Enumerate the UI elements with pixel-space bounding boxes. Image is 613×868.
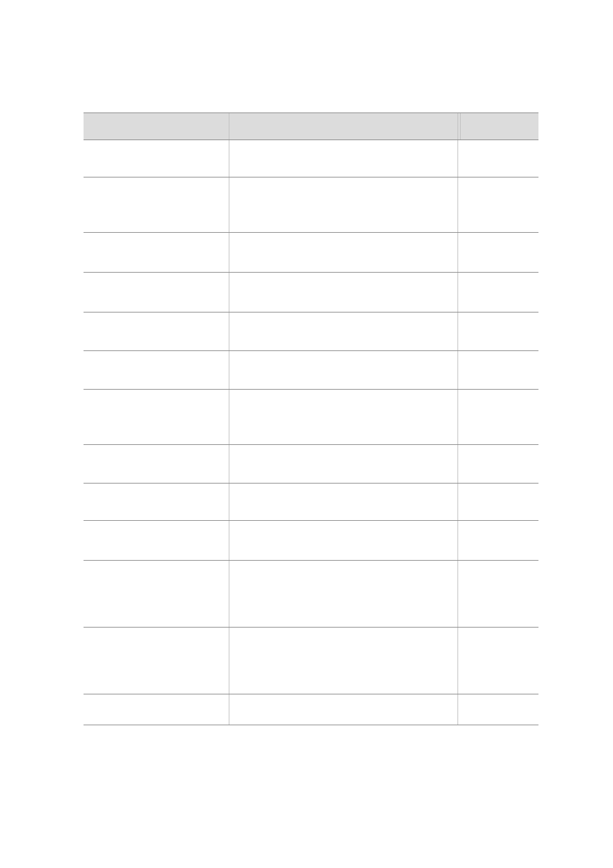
data-table — [84, 113, 538, 725]
table-row — [84, 561, 538, 628]
table-cell — [229, 484, 458, 521]
table-cell — [84, 140, 229, 177]
table-row — [84, 351, 538, 390]
table-cell — [84, 521, 229, 561]
table-cell — [229, 561, 458, 628]
table-cell — [229, 445, 458, 484]
table-cell — [229, 312, 458, 351]
table-cell — [229, 521, 458, 561]
table-row — [84, 390, 538, 445]
table-cell — [229, 273, 458, 312]
table-cell — [84, 694, 229, 725]
table-cell — [84, 445, 229, 484]
table-cell — [458, 628, 538, 694]
table-header-row — [84, 113, 538, 140]
table-row — [84, 445, 538, 484]
table-row — [84, 521, 538, 561]
table-container — [84, 113, 538, 725]
table-cell — [458, 694, 538, 725]
table-cell — [458, 140, 538, 177]
table-cell — [458, 561, 538, 628]
table-cell — [458, 521, 538, 561]
table-header-cell — [84, 113, 229, 140]
table-row — [84, 233, 538, 273]
table-row — [84, 484, 538, 521]
table-cell — [229, 233, 458, 273]
table-row — [84, 273, 538, 312]
table-cell — [84, 484, 229, 521]
table-row — [84, 628, 538, 694]
table-cell — [458, 351, 538, 390]
table-cell — [84, 351, 229, 390]
table-cell — [458, 177, 538, 233]
table-cell — [229, 390, 458, 445]
table-cell — [84, 273, 229, 312]
table-cell — [458, 273, 538, 312]
table-cell — [458, 445, 538, 484]
table-cell — [229, 628, 458, 694]
table-cell — [84, 628, 229, 694]
table-header-cell — [458, 113, 538, 140]
table-cell — [458, 233, 538, 273]
table-header-cell — [229, 113, 458, 140]
table-cell — [229, 140, 458, 177]
table-cell — [84, 233, 229, 273]
table-row — [84, 312, 538, 351]
table-cell — [229, 694, 458, 725]
table-cell — [84, 312, 229, 351]
table-row — [84, 140, 538, 177]
table-cell — [458, 390, 538, 445]
table-cell — [229, 177, 458, 233]
table-cell — [84, 561, 229, 628]
table-cell — [229, 351, 458, 390]
table-cell — [84, 177, 229, 233]
table-row — [84, 177, 538, 233]
table-cell — [84, 390, 229, 445]
table-cell — [458, 312, 538, 351]
table-body — [84, 140, 538, 725]
table-cell — [458, 484, 538, 521]
table-row — [84, 694, 538, 725]
